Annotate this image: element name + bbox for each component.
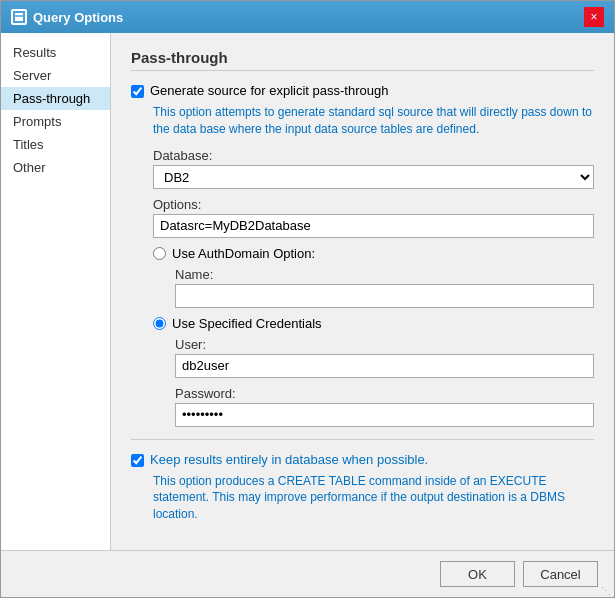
dialog-title: Query Options xyxy=(33,10,123,25)
auth-domain-radio[interactable] xyxy=(153,247,166,260)
sidebar-item-prompts[interactable]: Prompts xyxy=(1,110,110,133)
generate-checkbox-label[interactable]: Generate source for explicit pass-throug… xyxy=(150,83,388,98)
generate-info-text: This option attempts to generate standar… xyxy=(153,104,594,138)
dialog-body: Results Server Pass-through Prompts Titl… xyxy=(1,33,614,550)
options-input[interactable] xyxy=(153,214,594,238)
generate-checkbox[interactable] xyxy=(131,85,144,98)
keep-results-label-text: Keep results entirely in database when p… xyxy=(150,452,428,467)
keep-results-checkbox-row: Keep results entirely in database when p… xyxy=(131,452,594,467)
name-input[interactable] xyxy=(175,284,594,308)
auth-domain-radio-row: Use AuthDomain Option: xyxy=(153,246,594,261)
sidebar-item-titles[interactable]: Titles xyxy=(1,133,110,156)
keep-results-info-text: This option produces a CREATE TABLE comm… xyxy=(153,473,594,523)
title-bar-left: Query Options xyxy=(11,9,123,25)
sidebar-item-other[interactable]: Other xyxy=(1,156,110,179)
ok-button[interactable]: OK xyxy=(440,561,515,587)
specified-credentials-label: Use Specified Credentials xyxy=(172,316,322,331)
bottom-bar: OK Cancel xyxy=(1,550,614,597)
title-bar: Query Options × xyxy=(1,1,614,33)
database-select[interactable]: DB2 xyxy=(153,165,594,189)
close-button[interactable]: × xyxy=(584,7,604,27)
form-section: Generate source for explicit pass-throug… xyxy=(131,83,594,523)
password-label: Password: xyxy=(175,386,594,401)
generate-checkbox-row: Generate source for explicit pass-throug… xyxy=(131,83,594,98)
user-label: User: xyxy=(175,337,594,352)
dialog-icon xyxy=(11,9,27,25)
password-input[interactable] xyxy=(175,403,594,427)
section-divider xyxy=(131,439,594,440)
database-label: Database: xyxy=(153,148,594,163)
sidebar-item-results[interactable]: Results xyxy=(1,41,110,64)
auth-domain-label: Use AuthDomain Option: xyxy=(172,246,315,261)
cancel-button[interactable]: Cancel xyxy=(523,561,598,587)
sidebar-item-pass-through[interactable]: Pass-through xyxy=(1,87,110,110)
name-label: Name: xyxy=(175,267,594,282)
section-title: Pass-through xyxy=(131,49,594,71)
sidebar: Results Server Pass-through Prompts Titl… xyxy=(1,33,111,550)
specified-credentials-radio[interactable] xyxy=(153,317,166,330)
svg-rect-0 xyxy=(14,12,24,22)
keep-results-checkbox[interactable] xyxy=(131,454,144,467)
resize-grip: ⋱ xyxy=(601,585,611,596)
specified-creds-radio-row: Use Specified Credentials xyxy=(153,316,594,331)
content-area: Pass-through Generate source for explici… xyxy=(111,33,614,550)
keep-results-label[interactable]: Keep results entirely in database when p… xyxy=(150,452,428,467)
sidebar-item-server[interactable]: Server xyxy=(1,64,110,87)
options-label: Options: xyxy=(153,197,594,212)
user-input[interactable] xyxy=(175,354,594,378)
query-options-dialog: Query Options × Results Server Pass-thro… xyxy=(0,0,615,598)
